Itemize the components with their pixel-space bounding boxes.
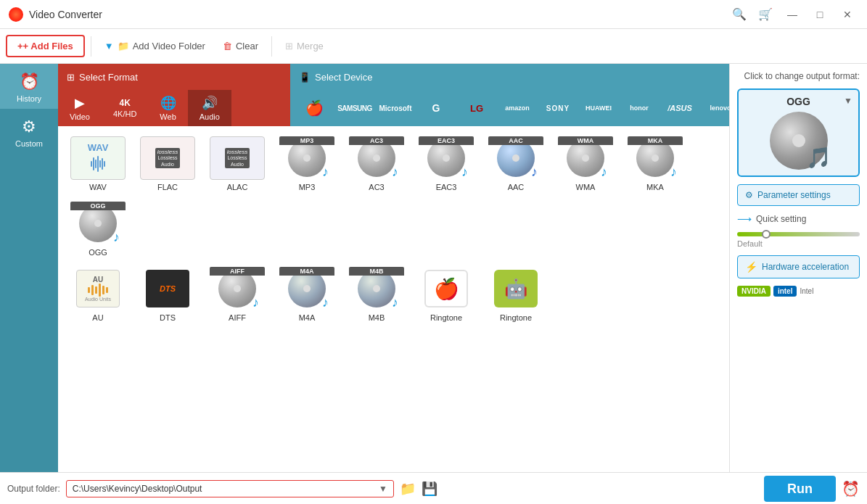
intel-logo: intel <box>778 287 793 295</box>
browse-folder-button[interactable]: 📁 <box>400 481 416 497</box>
ringtone-apple-icon: 🍎 <box>419 267 474 310</box>
format-aac[interactable]: ♪ AAC AAC <box>483 133 548 194</box>
intel-badge[interactable]: intel <box>773 286 797 297</box>
output-path-input[interactable] <box>73 484 376 494</box>
format-wav[interactable]: WAV WAV <box>65 133 131 194</box>
tab-web[interactable]: 🌐 Web <box>148 90 187 126</box>
path-dropdown-arrow[interactable]: ▼ <box>379 484 387 494</box>
format-items-row2: AU Audio Units AU <box>65 264 722 325</box>
toolbar: + + Add Files ▼ 📁 Add Video Folder 🗑 Cle… <box>0 29 867 64</box>
title-left: Video Converter <box>9 7 102 22</box>
ac3-label: AC3 <box>369 183 384 191</box>
format-eac3[interactable]: ♪ EAC3 EAC3 <box>414 133 479 194</box>
brand-asus[interactable]: /ASUS <box>662 95 698 121</box>
format-ac3[interactable]: ♪ AC3 AC3 <box>344 133 409 194</box>
param-settings-label: Parameter settings <box>757 190 831 200</box>
store-icon[interactable]: 🛒 <box>755 4 776 25</box>
format-aiff[interactable]: ♪ AIFF AIFF <box>205 264 270 325</box>
format-au[interactable]: AU Audio Units AU <box>65 264 131 325</box>
format-ogg[interactable]: ♪ OGG OGG <box>65 199 131 260</box>
format-ringtone-apple[interactable]: 🍎 Ringtone <box>414 264 479 325</box>
merge-button[interactable]: ⊞ Merge <box>278 36 331 56</box>
tab-video[interactable]: ▶ Video <box>58 90 102 126</box>
brand-microsoft[interactable]: Microsoft <box>377 95 414 121</box>
format-wma[interactable]: ♪ WMA WMA <box>553 133 618 194</box>
format-mka[interactable]: ♪ MKA MKA <box>622 133 688 194</box>
run-button[interactable]: Run <box>764 476 836 502</box>
brand-google[interactable]: G <box>418 95 454 121</box>
output-format-title: Click to change output format: <box>737 71 860 81</box>
alarm-button[interactable]: ⏰ <box>842 480 860 497</box>
format-dts[interactable]: DTS DTS <box>135 264 200 325</box>
window-controls: 🔍 🛒 — □ ✕ <box>729 4 858 25</box>
format-m4b[interactable]: ♪ M4B M4B <box>344 264 409 325</box>
aac-label: AAC <box>508 183 525 191</box>
brand-apple[interactable]: 🍎 <box>296 95 332 121</box>
brand-lenovo[interactable]: lenovo <box>702 95 729 121</box>
save-path-button[interactable]: 💾 <box>422 481 437 497</box>
close-button[interactable]: ✕ <box>837 7 858 22</box>
sidebar-item-custom[interactable]: ⚙ Custom <box>0 109 58 154</box>
alac-icon: lossless Lossless Audio <box>210 136 265 180</box>
m4a-icon: ♪ M4A <box>279 267 334 310</box>
format-flac[interactable]: lossless Lossless Audio FLAC <box>135 133 200 194</box>
select-device-label: Select Device <box>315 72 372 83</box>
quality-slider-thumb[interactable] <box>762 230 771 239</box>
format-mp3[interactable]: ♪ MP3 MP3 <box>274 133 340 194</box>
web-tab-icon: 🌐 <box>160 95 176 111</box>
clear-icon: 🗑 <box>223 41 232 51</box>
mp3-label: MP3 <box>299 183 316 191</box>
center-panel: ⊞ Select Format 📱 Select Device ▶ Video … <box>58 64 729 472</box>
add-files-button[interactable]: + + Add Files <box>6 35 85 57</box>
aiff-label: AIFF <box>229 313 246 322</box>
clear-button[interactable]: 🗑 Clear <box>215 36 266 56</box>
brand-sony[interactable]: SONY <box>540 95 576 121</box>
search-icon[interactable]: 🔍 <box>729 4 749 25</box>
sidebar-item-history[interactable]: ⏰ History <box>0 64 58 109</box>
brand-lg[interactable]: LG <box>459 95 495 121</box>
add-video-folder-button[interactable]: ▼ 📁 Add Video Folder <box>97 36 213 56</box>
select-device-header: 📱 Select Device <box>290 64 729 90</box>
quick-setting: ⟶ Quick setting <box>737 213 860 225</box>
video-tab-label: Video <box>70 112 90 121</box>
au-box: AU Audio Units <box>76 270 120 307</box>
ringtone-android-label: Ringtone <box>500 313 532 322</box>
nvidia-badge[interactable]: NVIDIA <box>737 286 771 297</box>
aiff-icon: ♪ AIFF <box>210 267 265 310</box>
right-panel: Click to change output format: ▼ OGG 🎵 ⚙… <box>729 64 867 472</box>
tab-4k[interactable]: 4K 4K/HD <box>102 90 148 126</box>
brand-honor[interactable]: honor <box>621 95 657 121</box>
quick-setting-label: Quick setting <box>756 214 806 224</box>
slider-default-label: Default <box>737 239 860 248</box>
custom-label: Custom <box>15 139 43 148</box>
brand-huawei[interactable]: HUAWEI <box>580 95 617 121</box>
merge-icon: ⊞ <box>285 41 293 51</box>
toolbar-separator <box>91 36 91 57</box>
tab-audio[interactable]: 🔊 Audio <box>188 90 231 126</box>
format-alac[interactable]: lossless Lossless Audio ALAC <box>205 133 270 194</box>
sidebar: ⏰ History ⚙ Custom <box>0 64 58 472</box>
format-ringtone-android[interactable]: 🤖 Ringtone <box>483 264 548 325</box>
video-tab-icon: ▶ <box>75 95 85 111</box>
format-header: ⊞ Select Format 📱 Select Device <box>58 64 729 90</box>
flac-icon: lossless Lossless Audio <box>140 136 195 180</box>
brand-amazon[interactable]: amazon <box>499 95 535 121</box>
output-format-box[interactable]: ▼ OGG 🎵 <box>737 88 860 177</box>
eac3-label: EAC3 <box>436 183 457 191</box>
parameter-settings-button[interactable]: ⚙ Parameter settings <box>737 184 860 206</box>
format-m4a[interactable]: ♪ M4A M4A <box>274 264 340 325</box>
quality-slider-track[interactable] <box>737 232 860 236</box>
minimize-button[interactable]: — <box>781 7 803 22</box>
ogg-note-icon: 🎵 <box>806 146 831 170</box>
ogg-label: OGG <box>89 248 107 257</box>
audio-tab-icon: 🔊 <box>202 95 218 111</box>
device-icon: 📱 <box>299 72 311 83</box>
wma-label: WMA <box>576 183 596 191</box>
run-label: Run <box>787 482 813 496</box>
4k-tab-label: 4K/HD <box>113 110 136 118</box>
mp3-icon: ♪ MP3 <box>279 136 334 180</box>
brand-samsung[interactable]: SAMSUNG <box>337 95 373 121</box>
settings-icon: ⚙ <box>745 190 753 200</box>
hardware-acceleration-button[interactable]: ⚡ Hardware acceleration <box>737 255 860 278</box>
maximize-button[interactable]: □ <box>809 7 831 22</box>
